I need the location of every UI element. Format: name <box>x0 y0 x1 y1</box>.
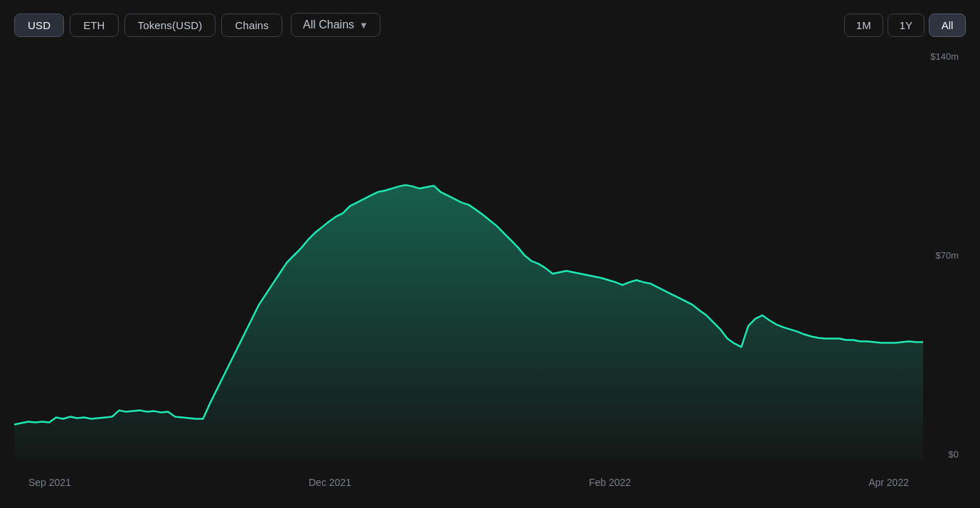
y-axis-labels: $140m $70m $0 <box>930 51 959 460</box>
x-label-dec2021: Dec 2021 <box>309 477 351 488</box>
chart-area-fill <box>14 185 923 460</box>
usd-button[interactable]: USD <box>14 13 64 37</box>
toolbar: USD ETH Tokens(USD) Chains All Chains ▼ … <box>14 13 966 37</box>
chart-svg <box>14 51 923 460</box>
chains-dropdown[interactable]: All Chains ▼ <box>291 13 380 37</box>
chains-button[interactable]: Chains <box>221 13 282 37</box>
y-label-70m: $70m <box>935 250 959 261</box>
tokens-button[interactable]: Tokens(USD) <box>124 13 216 37</box>
1y-button[interactable]: 1Y <box>888 13 925 37</box>
x-axis-labels: Sep 2021 Dec 2021 Feb 2022 Apr 2022 <box>14 477 923 488</box>
x-label-feb2022: Feb 2022 <box>589 477 631 488</box>
y-label-140m: $140m <box>930 51 959 62</box>
time-range-buttons: 1M 1Y All <box>844 13 966 37</box>
main-container: USD ETH Tokens(USD) Chains All Chains ▼ … <box>0 0 980 508</box>
chevron-down-icon: ▼ <box>359 20 368 31</box>
chart-svg-container <box>14 51 923 460</box>
eth-button[interactable]: ETH <box>70 13 118 37</box>
x-label-apr2022: Apr 2022 <box>868 477 909 488</box>
1m-button[interactable]: 1M <box>844 13 883 37</box>
all-button[interactable]: All <box>929 13 966 37</box>
chart-area: $140m $70m $0 Sep 2021 Dec 2021 Feb 2022… <box>14 51 966 488</box>
y-label-0: $0 <box>949 449 959 460</box>
x-label-sep2021: Sep 2021 <box>28 477 71 488</box>
chains-dropdown-label: All Chains <box>303 18 354 31</box>
